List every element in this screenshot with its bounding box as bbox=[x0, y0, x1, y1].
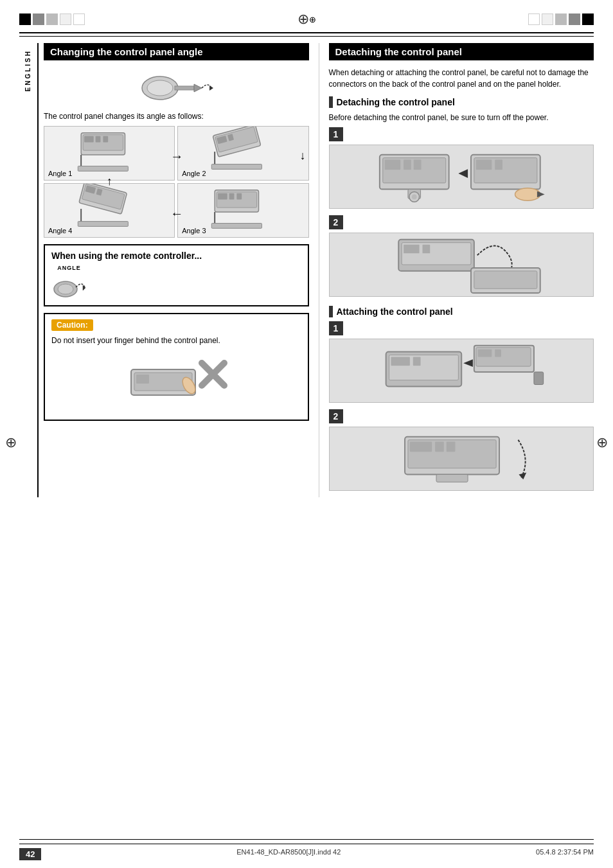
svg-point-49 bbox=[515, 188, 540, 201]
angle-2-label: Angle 2 bbox=[182, 170, 206, 177]
footer-left-text: EN41-48_KD-AR8500[J]I.indd 42 bbox=[236, 848, 341, 860]
svg-rect-65 bbox=[495, 350, 501, 357]
svg-rect-47 bbox=[475, 160, 492, 170]
caution-box: Caution: Do not insert your finger behin… bbox=[44, 313, 309, 421]
remote-button-svg bbox=[51, 271, 87, 300]
angle-label-text: ANGLE bbox=[57, 265, 81, 271]
svg-rect-7 bbox=[84, 136, 94, 143]
angle-4-label: Angle 4 bbox=[48, 227, 72, 235]
svg-rect-26 bbox=[212, 224, 262, 229]
svg-marker-4 bbox=[209, 85, 213, 91]
svg-marker-74 bbox=[519, 473, 526, 480]
detach-step-1: 1 bbox=[329, 127, 594, 209]
svg-rect-73 bbox=[436, 475, 468, 483]
arrow-4-up: ↑ bbox=[107, 175, 112, 188]
detach-title: Detaching the control panel bbox=[337, 97, 455, 107]
detach-step-2: 2 bbox=[329, 215, 594, 297]
right-intro-text: When detaching or attaching the control … bbox=[329, 67, 594, 90]
svg-point-1 bbox=[147, 80, 173, 96]
attach-step-2-badge: 2 bbox=[329, 409, 343, 423]
detach-step-2-image bbox=[329, 233, 594, 297]
footer-right-text: 05.4.8 2:37:54 PM bbox=[536, 848, 594, 860]
top-rule-line2 bbox=[19, 36, 594, 37]
svg-point-43 bbox=[411, 194, 416, 199]
reg-marks-right bbox=[528, 13, 594, 25]
arrow-1-to-2: → bbox=[170, 149, 183, 164]
right-title: Detaching the control panel bbox=[335, 46, 463, 57]
svg-rect-23 bbox=[218, 193, 227, 200]
sidebar: ENGLISH bbox=[19, 43, 39, 497]
detach-subsection-header: Detaching the control panel bbox=[329, 96, 594, 108]
angle-4-cell: ↑ Angle 4 bbox=[44, 183, 175, 238]
angle-1-label: Angle 1 bbox=[48, 170, 72, 177]
svg-rect-32 bbox=[136, 375, 149, 384]
attach-step-1-image bbox=[329, 339, 594, 403]
svg-rect-48 bbox=[495, 160, 502, 170]
left-column: Changing the control panel angle The con… bbox=[44, 43, 319, 497]
black-square bbox=[528, 13, 540, 25]
attach-1-svg bbox=[330, 339, 594, 402]
attach-sub-section-bar bbox=[329, 306, 333, 317]
svg-rect-10 bbox=[78, 166, 128, 172]
svg-rect-66 bbox=[533, 372, 543, 385]
black-square bbox=[33, 13, 44, 25]
svg-rect-40 bbox=[413, 160, 421, 170]
remote-controller-box: When using the remote controller... ANGL… bbox=[44, 244, 309, 306]
black-square bbox=[569, 13, 580, 25]
svg-rect-38 bbox=[384, 160, 400, 170]
attach-step-1-badge: 1 bbox=[329, 321, 343, 335]
svg-rect-70 bbox=[409, 442, 431, 452]
caution-text: Do not insert your finger behind the con… bbox=[51, 335, 301, 346]
attach-step-2-image bbox=[329, 427, 594, 491]
step-1-badge: 1 bbox=[329, 127, 343, 141]
caution-image bbox=[51, 350, 301, 414]
screwdriver-image bbox=[44, 67, 309, 105]
svg-marker-3 bbox=[194, 84, 202, 92]
footer-content: 42 EN41-48_KD-AR8500[J]I.indd 42 05.4.8 … bbox=[19, 848, 594, 860]
svg-marker-44 bbox=[458, 169, 468, 178]
svg-rect-25 bbox=[237, 193, 242, 200]
svg-rect-20 bbox=[78, 222, 128, 227]
svg-rect-72 bbox=[446, 442, 455, 452]
svg-rect-24 bbox=[229, 193, 235, 200]
sub-section-bar bbox=[329, 96, 333, 108]
svg-marker-50 bbox=[537, 191, 544, 198]
svg-marker-67 bbox=[463, 359, 473, 367]
attach-subsection-header: Attaching the control panel bbox=[329, 306, 594, 317]
detach-before-text: Before detaching the control panel, be s… bbox=[329, 112, 594, 123]
right-section-header: Detaching the control panel bbox=[329, 43, 594, 60]
svg-point-28 bbox=[58, 284, 73, 294]
attach-title: Attaching the control panel bbox=[337, 306, 453, 317]
svg-rect-9 bbox=[103, 136, 108, 143]
attach-2-svg bbox=[330, 427, 594, 490]
angle-3-cell: ← Angle 3 bbox=[177, 183, 308, 238]
angle-2-cell: → Angle 2 ↓ bbox=[177, 126, 308, 181]
caution-svg bbox=[118, 350, 234, 414]
svg-rect-15 bbox=[212, 164, 262, 170]
attach-step-2: 2 bbox=[329, 409, 594, 491]
black-square bbox=[582, 13, 594, 25]
right-column: Detaching the control panel When detachi… bbox=[319, 43, 594, 497]
caution-label: Caution: bbox=[51, 319, 93, 331]
screwdriver-svg bbox=[138, 69, 215, 104]
svg-rect-71 bbox=[435, 442, 444, 452]
black-square bbox=[46, 13, 58, 25]
remote-title: When using the remote controller... bbox=[51, 251, 301, 261]
step-2-badge: 2 bbox=[329, 215, 343, 229]
black-square bbox=[60, 13, 71, 25]
black-square bbox=[542, 13, 553, 25]
main-content: ENGLISH Changing the control panel angle… bbox=[0, 43, 613, 497]
left-title: Changing the control panel angle bbox=[50, 46, 203, 57]
remote-content: ANGLE bbox=[51, 265, 301, 300]
arrow-4-to-3: ← bbox=[170, 206, 183, 221]
angle-1-cell: Angle 1 bbox=[44, 126, 175, 181]
detach-1-svg bbox=[330, 145, 594, 208]
black-square bbox=[73, 13, 85, 25]
svg-rect-53 bbox=[404, 245, 420, 254]
reg-marks-left bbox=[19, 13, 85, 25]
svg-rect-39 bbox=[404, 160, 411, 170]
attach-step-1: 1 bbox=[329, 321, 594, 403]
svg-rect-64 bbox=[477, 350, 492, 357]
page-number: 42 bbox=[19, 848, 41, 860]
svg-rect-57 bbox=[474, 271, 537, 288]
